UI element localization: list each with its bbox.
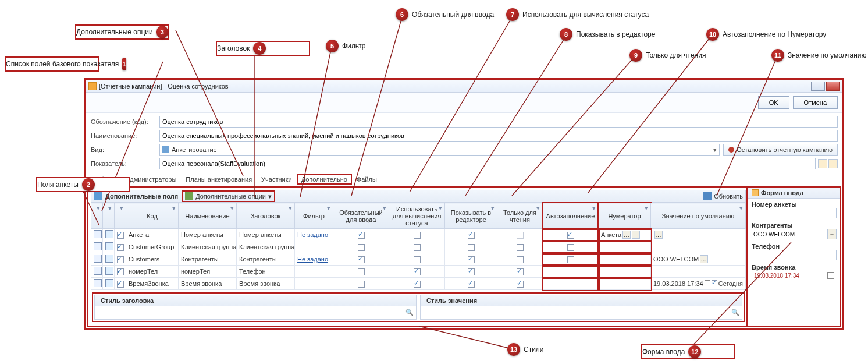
chevron-down-icon: ▾ [268, 193, 272, 200]
col-code[interactable]: Код▾ [126, 203, 179, 229]
callout-label: Использовать для вычисления статуса [522, 10, 649, 19]
preview-f1-input[interactable] [752, 208, 837, 218]
kind-select[interactable]: Анкетирование ▾ [159, 144, 720, 156]
filter-link[interactable]: Не задано [297, 231, 328, 238]
col-title[interactable]: Заголовок▾ [237, 203, 295, 229]
checkbox[interactable] [712, 280, 717, 287]
checkbox[interactable] [414, 268, 421, 275]
checkbox[interactable] [517, 244, 524, 251]
refresh-button[interactable]: Обновить [703, 192, 743, 200]
checkbox[interactable] [358, 281, 365, 288]
search-icon[interactable]: 🔍 [731, 309, 739, 316]
tab-advanced[interactable]: Дополнительно [297, 174, 352, 185]
checkbox[interactable] [468, 256, 475, 263]
checkbox[interactable] [358, 244, 365, 251]
col-readonly[interactable]: Только для чтения▾ [497, 203, 543, 229]
stop-campaign-button[interactable]: Остановить отчетную кампанию [723, 144, 838, 156]
checkbox[interactable] [567, 256, 574, 263]
col-rowicon[interactable]: ▾ [91, 203, 103, 229]
checkbox[interactable] [567, 244, 574, 251]
name-input[interactable] [159, 130, 838, 142]
checkbox[interactable] [414, 281, 421, 288]
preview-f4-value[interactable]: 19.03.2018 17:34 [752, 271, 837, 280]
col-type[interactable]: ▾ [103, 203, 115, 229]
checkbox[interactable] [358, 256, 365, 263]
col-default[interactable]: Значение по умолчанию▾ [651, 203, 746, 229]
checkbox[interactable] [468, 244, 475, 251]
tab-participants[interactable]: Участники [257, 174, 297, 185]
checkbox[interactable] [117, 244, 124, 251]
ellipsis-button[interactable]: … [700, 255, 708, 263]
open-folder-icon[interactable] [828, 159, 838, 168]
fields-grid[interactable]: ▾ ▾ ▾ Код▾ Наименование▾ Заголовок▾ Филь… [91, 203, 746, 290]
checkbox[interactable] [567, 232, 574, 239]
col-numerator[interactable]: Нумератор▾ [599, 203, 651, 229]
header-style-box[interactable]: Стиль заголовка 🔍 [94, 295, 417, 320]
callout-badge-6: 6 [396, 8, 408, 21]
ellipsis-button[interactable]: … [622, 231, 631, 239]
tab-files[interactable]: Файлы [352, 174, 382, 185]
col-chk[interactable]: ▾ [115, 203, 126, 229]
checkbox[interactable] [468, 268, 475, 275]
calendar-icon[interactable] [705, 280, 710, 287]
col-name[interactable]: Наименование▾ [179, 203, 237, 229]
open-folder-icon[interactable] [632, 231, 640, 239]
checkbox[interactable] [117, 232, 124, 239]
indicator-label: Показатель: [91, 160, 159, 167]
table-row[interactable]: CustomersКонтрагентыКонтрагентыНе задано… [91, 253, 746, 266]
callout-label: Показывать в редакторе [576, 30, 655, 38]
cancel-button[interactable]: Отмена [793, 96, 838, 109]
calendar-icon[interactable] [827, 272, 834, 279]
callout-label: Стили [524, 345, 544, 354]
ellipsis-button[interactable]: … [654, 231, 663, 239]
indicator-input[interactable] [159, 158, 816, 169]
ok-button[interactable]: OK [758, 96, 789, 109]
checkbox[interactable] [117, 268, 124, 275]
preview-f3-label: Телефон [752, 243, 837, 250]
callout-badge-8: 8 [560, 28, 572, 41]
filter-link[interactable]: Не задано [297, 256, 328, 263]
checkbox[interactable] [414, 232, 421, 239]
callout-badge-13: 13 [507, 343, 520, 356]
search-icon[interactable]: 🔍 [405, 309, 414, 316]
callout-label: Дополнительные опции [76, 28, 153, 36]
col-show[interactable]: Показывать в редакторе▾ [445, 203, 497, 229]
preview-f2-input[interactable] [752, 229, 826, 239]
col-autofill[interactable]: Автозаполнение▾ [543, 203, 599, 229]
checkbox[interactable] [517, 281, 524, 288]
questionnaire-icon [162, 146, 169, 153]
table-row[interactable]: CustomerGroupКлиентская группаКлиентская… [91, 241, 746, 253]
app-icon [88, 82, 97, 90]
checkbox[interactable] [517, 268, 524, 275]
code-input[interactable] [159, 116, 838, 128]
fields-panel: Дополнительные поля Дополнительные опции… [87, 186, 747, 327]
checkbox[interactable] [414, 256, 421, 263]
preview-f3-input[interactable] [752, 250, 837, 260]
filter-icon[interactable]: ▾ [95, 204, 101, 210]
checkbox[interactable] [468, 232, 475, 239]
col-required[interactable]: Обязательный для ввода▾ [333, 203, 389, 229]
checkbox[interactable] [517, 232, 524, 239]
minimize-button[interactable] [811, 82, 825, 91]
tab-plans[interactable]: Планы анкетирования [181, 174, 257, 185]
checkbox[interactable] [358, 232, 365, 239]
ellipsis-button[interactable] [818, 159, 827, 168]
value-style-box[interactable]: Стиль значения 🔍 [420, 295, 742, 320]
ellipsis-button[interactable]: … [827, 229, 837, 239]
checkbox[interactable] [414, 244, 421, 251]
callout-badge-11: 11 [771, 49, 784, 62]
checkbox[interactable] [117, 256, 124, 263]
table-row[interactable]: АнкетаНомер анкетыНомер анкетыНе заданоА… [91, 229, 746, 241]
table-row[interactable]: ВремяЗвонкаВремя звонкаВремя звонка19.03… [91, 278, 746, 290]
col-filter[interactable]: Фильтр▾ [295, 203, 333, 229]
checkbox[interactable] [517, 256, 524, 263]
checkbox[interactable] [117, 281, 124, 288]
titlebar[interactable]: [Отчетные кампании] - Оценка сотрудников [86, 80, 842, 93]
table-row[interactable]: номерТелномерТелТелефон [91, 266, 746, 278]
checkbox[interactable] [468, 281, 475, 288]
close-button[interactable] [826, 82, 840, 91]
extra-options-button[interactable]: Дополнительные опции▾ [182, 190, 275, 202]
col-usestatus[interactable]: Использовать для вычисления статуса▾ [389, 203, 445, 229]
preview-f4-label: Время звонка [752, 264, 837, 271]
checkbox[interactable] [358, 268, 365, 275]
